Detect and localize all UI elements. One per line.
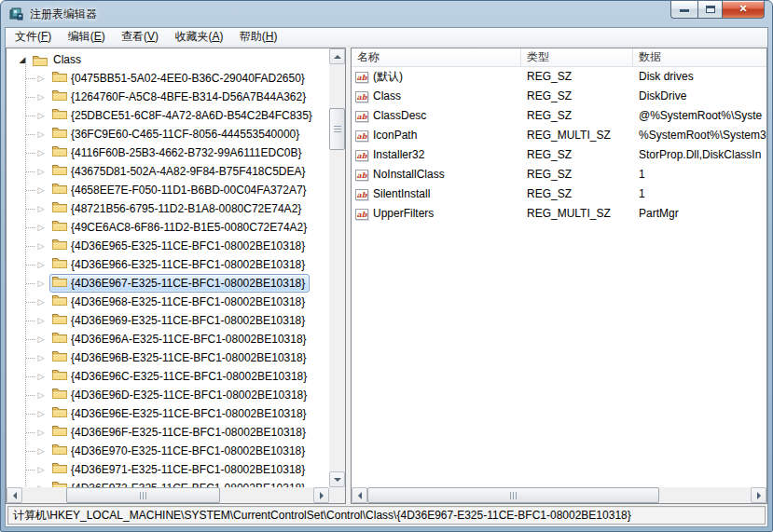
tree-item-content[interactable]: {1264760F-A5C8-4BFE-B314-D56A7B44A362} — [49, 88, 311, 106]
tree-item[interactable]: ▷ {4D36E96E-E325-11CE-BFC1-08002BE10318} — [7, 404, 329, 423]
title-bar[interactable]: 注册表编辑器 ✕ — [1, 1, 772, 27]
menu-item-view[interactable]: 查看(V) — [115, 28, 165, 46]
chevron-collapsed-icon[interactable]: ▷ — [35, 237, 48, 255]
tree-item[interactable]: ▷ {4658EE7E-F050-11D1-B6BD-00C04FA372A7} — [7, 181, 329, 199]
tree-item[interactable]: ▷ {49CE6AC8-6F86-11D2-B1E5-0080C72E74A2} — [7, 218, 329, 237]
chevron-collapsed-icon[interactable]: ▷ — [35, 143, 48, 162]
menu-item-favorites[interactable]: 收藏夹(A) — [168, 28, 229, 46]
tree-item[interactable]: ▷ {4D36E969-E325-11CE-BFC1-08002BE10318} — [7, 311, 329, 330]
tree-item[interactable]: ▷ {48721B56-6795-11D2-B1A8-0080C72E74A2} — [7, 199, 329, 218]
scroll-right-button[interactable] — [751, 487, 766, 503]
tree-item-content[interactable]: {4D36E96E-E325-11CE-BFC1-08002BE10318} — [49, 404, 311, 423]
scroll-right-button[interactable] — [313, 487, 329, 503]
tree-item-content[interactable]: {4D36E96D-E325-11CE-BFC1-08002BE10318} — [49, 386, 311, 404]
tree-item[interactable]: ▷ {43675D81-502A-4A82-9F84-B75F418C5DEA} — [7, 162, 329, 181]
tree-item-content[interactable]: {4D36E971-E325-11CE-BFC1-08002BE10318} — [49, 460, 310, 479]
chevron-collapsed-icon[interactable]: ▷ — [35, 479, 48, 487]
registry-value-row[interactable]: abIconPath REG_MULTI_SZ %SystemRoot%\Sys… — [352, 126, 766, 145]
chevron-collapsed-icon[interactable]: ▷ — [35, 330, 48, 348]
chevron-collapsed-icon[interactable]: ▷ — [35, 274, 48, 293]
chevron-collapsed-icon[interactable]: ▷ — [35, 293, 48, 311]
chevron-collapsed-icon[interactable]: ▷ — [35, 423, 48, 442]
column-header-data[interactable]: 数据 — [633, 48, 766, 67]
chevron-expanded-icon[interactable]: ◢ — [16, 50, 29, 69]
tree-item[interactable]: ▷ {4D36E96D-E325-11CE-BFC1-08002BE10318} — [7, 386, 329, 404]
tree-item[interactable]: ▷ {1264760F-A5C8-4BFE-B314-D56A7B44A362} — [7, 88, 329, 106]
tree-item[interactable]: ▷ {4D36E971-E325-11CE-BFC1-08002BE10318} — [7, 460, 329, 479]
tree-item-content[interactable]: {4D36E96C-E325-11CE-BFC1-08002BE10318} — [49, 367, 311, 386]
tree-item[interactable]: ▷ {4D36E967-E325-11CE-BFC1-08002BE10318} — [7, 274, 329, 293]
tree-horizontal-scrollbar[interactable] — [7, 487, 329, 503]
tree-item[interactable]: ▷ {4D36E96B-E325-11CE-BFC1-08002BE10318} — [7, 348, 329, 367]
tree-item[interactable]: ▷ {0475BB51-5A02-4EE0-B36C-29040FAD2650} — [7, 69, 329, 88]
vertical-scroll-thumb[interactable] — [329, 108, 345, 150]
tree-item-content[interactable]: {4D36E968-E325-11CE-BFC1-08002BE10318} — [49, 293, 310, 311]
chevron-collapsed-icon[interactable]: ▷ — [35, 106, 48, 125]
menu-item-edit[interactable]: 编辑(E) — [62, 28, 112, 46]
tree-item[interactable]: ▷ {4D36E972-E325-11CE-BFC1-08002BE10318} — [7, 479, 329, 487]
registry-value-row[interactable]: abNoInstallClass REG_SZ 1 — [352, 165, 766, 184]
column-header-type[interactable]: 类型 — [521, 48, 633, 67]
horizontal-scroll-thumb[interactable] — [367, 487, 659, 503]
chevron-collapsed-icon[interactable]: ▷ — [35, 460, 48, 479]
chevron-collapsed-icon[interactable]: ▷ — [35, 181, 48, 199]
tree-vertical-scrollbar[interactable] — [329, 48, 345, 487]
chevron-collapsed-icon[interactable]: ▷ — [35, 69, 48, 88]
menu-item-file[interactable]: 文件(F) — [8, 28, 58, 46]
tree-item[interactable]: ▷ {36FC9E60-C465-11CF-8056-444553540000} — [7, 125, 329, 143]
close-button[interactable]: ✕ — [723, 1, 765, 19]
tree-item-content[interactable]: {48721B56-6795-11D2-B1A8-0080C72E74A2} — [49, 199, 306, 218]
tree-item[interactable]: ▷ {4D36E96A-E325-11CE-BFC1-08002BE10318} — [7, 330, 329, 348]
tree-item-content[interactable]: {4658EE7E-F050-11D1-B6BD-00C04FA372A7} — [49, 181, 311, 199]
chevron-collapsed-icon[interactable]: ▷ — [35, 442, 48, 460]
tree-item[interactable]: ▷ {25DBCE51-6C8F-4A72-8A6D-B54C2B4FC835} — [7, 106, 329, 125]
scroll-left-button[interactable] — [7, 487, 22, 503]
list-horizontal-scrollbar[interactable] — [352, 487, 766, 503]
menu-item-help[interactable]: 帮助(H) — [233, 28, 284, 46]
tree-item[interactable]: ▷ {4D36E965-E325-11CE-BFC1-08002BE10318} — [7, 237, 329, 255]
registry-value-row[interactable]: abClassDesc REG_SZ @%SystemRoot%\Syste — [352, 106, 766, 126]
tree-item-content[interactable]: {49CE6AC8-6F86-11D2-B1E5-0080C72E74A2} — [49, 218, 311, 237]
tree-item-content[interactable]: {4D36E972-E325-11CE-BFC1-08002BE10318} — [49, 479, 310, 487]
registry-value-row[interactable]: abUpperFilters REG_MULTI_SZ PartMgr — [352, 204, 766, 224]
tree-item-content[interactable]: {4D36E970-E325-11CE-BFC1-08002BE10318} — [49, 442, 310, 460]
minimize-button[interactable] — [670, 1, 697, 19]
tree-item[interactable]: ▷ {4D36E96C-E325-11CE-BFC1-08002BE10318} — [7, 367, 329, 386]
tree-item-content[interactable]: {4D36E96B-E325-11CE-BFC1-08002BE10318} — [49, 348, 311, 367]
registry-value-row[interactable]: ab(默认) REG_SZ Disk drives — [352, 67, 766, 87]
tree-item-content[interactable]: {43675D81-502A-4A82-9F84-B75F418C5DEA} — [49, 162, 311, 181]
chevron-collapsed-icon[interactable]: ▷ — [35, 348, 48, 367]
chevron-collapsed-icon[interactable]: ▷ — [35, 88, 48, 106]
scroll-down-button[interactable] — [329, 471, 345, 487]
tree-item-class[interactable]: ◢ Class — [7, 50, 329, 69]
chevron-collapsed-icon[interactable]: ▷ — [35, 162, 48, 181]
tree-item-content[interactable]: {4D36E969-E325-11CE-BFC1-08002BE10318} — [49, 311, 310, 330]
tree-item-content[interactable]: {4D36E965-E325-11CE-BFC1-08002BE10318} — [49, 237, 310, 255]
chevron-collapsed-icon[interactable]: ▷ — [35, 199, 48, 218]
tree-item-content[interactable]: {0475BB51-5A02-4EE0-B36C-29040FAD2650} — [49, 69, 310, 88]
tree-item-content[interactable]: {4D36E967-E325-11CE-BFC1-08002BE10318} — [49, 274, 310, 293]
chevron-collapsed-icon[interactable]: ▷ — [35, 255, 48, 274]
chevron-collapsed-icon[interactable]: ▷ — [35, 404, 48, 423]
chevron-collapsed-icon[interactable]: ▷ — [35, 386, 48, 404]
tree-item[interactable]: ▷ {4D36E96F-E325-11CE-BFC1-08002BE10318} — [7, 423, 329, 442]
tree-item-content[interactable]: {25DBCE51-6C8F-4A72-8A6D-B54C2B4FC835} — [49, 106, 317, 125]
tree-item-content[interactable]: {4D36E966-E325-11CE-BFC1-08002BE10318} — [49, 255, 310, 274]
scroll-left-button[interactable] — [352, 487, 367, 503]
tree-item[interactable]: ▷ {4D36E968-E325-11CE-BFC1-08002BE10318} — [7, 293, 329, 311]
maximize-button[interactable] — [697, 1, 723, 19]
scroll-up-button[interactable] — [329, 48, 345, 64]
registry-value-row[interactable]: abInstaller32 REG_SZ StorProp.Dll,DiskCl… — [352, 145, 766, 165]
tree-item-content[interactable]: {4D36E96F-E325-11CE-BFC1-08002BE10318} — [49, 423, 311, 442]
tree-item-content[interactable]: {36FC9E60-C465-11CF-8056-444553540000} — [49, 125, 304, 143]
chevron-collapsed-icon[interactable]: ▷ — [35, 218, 48, 237]
tree-item-content[interactable]: {4116F60B-25B3-4662-B732-99A6111EDC0B} — [49, 143, 307, 162]
tree-item[interactable]: ▷ {4116F60B-25B3-4662-B732-99A6111EDC0B} — [7, 143, 329, 162]
tree-item-content[interactable]: {4D36E96A-E325-11CE-BFC1-08002BE10318} — [49, 330, 311, 348]
tree-item[interactable]: ▷ {4D36E966-E325-11CE-BFC1-08002BE10318} — [7, 255, 329, 274]
chevron-collapsed-icon[interactable]: ▷ — [35, 367, 48, 386]
horizontal-scroll-thumb[interactable] — [66, 487, 220, 503]
registry-value-row[interactable]: abClass REG_SZ DiskDrive — [352, 87, 766, 106]
registry-value-row[interactable]: abSilentInstall REG_SZ 1 — [352, 184, 766, 204]
chevron-collapsed-icon[interactable]: ▷ — [35, 311, 48, 330]
